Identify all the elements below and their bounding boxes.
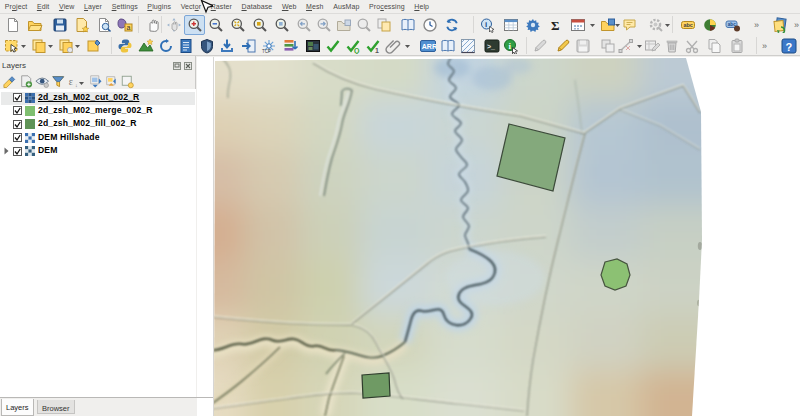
svg-text:abc: abc bbox=[683, 22, 692, 28]
svg-text:1: 1 bbox=[375, 47, 379, 54]
svg-text:ε: ε bbox=[69, 76, 73, 87]
svg-text:»: » bbox=[754, 20, 759, 30]
svg-text:>_: >_ bbox=[487, 43, 495, 50]
svg-text:TCP: TCP bbox=[262, 49, 271, 54]
svg-text:a: a bbox=[127, 24, 131, 31]
svg-text:»: » bbox=[794, 20, 799, 30]
svg-text:Σ: Σ bbox=[551, 18, 560, 33]
svg-text:?: ? bbox=[786, 41, 793, 53]
svg-text:ARR: ARR bbox=[422, 43, 436, 50]
svg-text:Q: Q bbox=[354, 47, 360, 54]
svg-text:»: » bbox=[762, 41, 767, 51]
svg-text:i: i bbox=[485, 20, 487, 29]
